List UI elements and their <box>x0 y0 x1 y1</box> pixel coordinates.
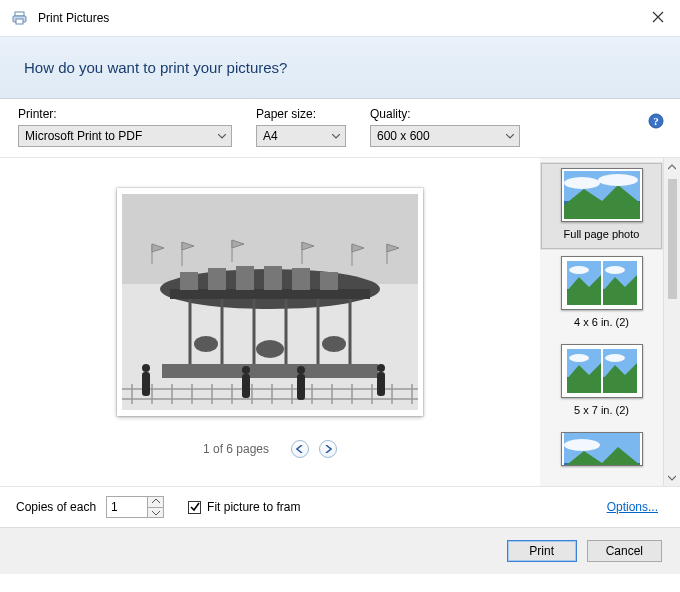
layout-thumb <box>561 256 643 310</box>
printer-value: Microsoft Print to PDF <box>19 126 164 146</box>
svg-point-33 <box>194 336 218 352</box>
pager: 1 of 6 pages <box>203 440 337 458</box>
layouts-list: Full page photo 4 x 6 in. (2) 5 x 7 in. … <box>540 158 663 486</box>
title-bar: Print Pictures <box>0 0 680 36</box>
paper-size-select[interactable]: A4 <box>256 125 346 147</box>
layout-thumb <box>561 168 643 222</box>
layouts-panel: Full page photo 4 x 6 in. (2) 5 x 7 in. … <box>540 158 680 486</box>
svg-rect-21 <box>180 272 198 290</box>
help-icon[interactable]: ? <box>648 113 664 129</box>
instruction-banner: How do you want to print your pictures? <box>0 36 680 99</box>
print-settings-row: Printer: Microsoft Print to PDF Paper si… <box>0 99 680 147</box>
fit-label: Fit picture to fram <box>207 500 300 514</box>
layout-option-4x6[interactable]: 4 x 6 in. (2) <box>540 250 663 338</box>
printer-setting: Printer: Microsoft Print to PDF <box>18 107 232 147</box>
scrollbar-track[interactable] <box>664 299 680 469</box>
copies-up-button[interactable] <box>148 497 163 508</box>
chevron-down-icon <box>218 129 226 143</box>
svg-rect-22 <box>208 268 226 290</box>
svg-point-77 <box>605 354 625 362</box>
svg-rect-24 <box>264 266 282 290</box>
quality-label: Quality: <box>370 107 520 121</box>
copies-label: Copies of each <box>16 500 96 514</box>
svg-rect-25 <box>292 268 310 290</box>
svg-rect-0 <box>15 12 24 16</box>
close-icon[interactable] <box>652 10 664 26</box>
options-link[interactable]: Options... <box>607 500 658 514</box>
svg-rect-54 <box>142 372 150 396</box>
layout-option-partial[interactable] <box>540 426 663 466</box>
svg-point-71 <box>605 266 625 274</box>
paper-size-value: A4 <box>257 126 300 146</box>
svg-point-80 <box>564 439 600 451</box>
svg-point-68 <box>569 266 589 274</box>
fit-to-frame-checkbox[interactable]: Fit picture to fram <box>188 500 300 514</box>
svg-point-57 <box>242 366 250 374</box>
next-page-button[interactable] <box>319 440 337 458</box>
svg-rect-20 <box>170 289 370 299</box>
svg-point-74 <box>569 354 589 362</box>
window-title: Print Pictures <box>38 11 109 25</box>
pager-text: 1 of 6 pages <box>203 442 269 456</box>
svg-point-34 <box>256 340 284 358</box>
svg-point-65 <box>598 174 638 186</box>
copies-down-button[interactable] <box>148 508 163 518</box>
layouts-scrollbar[interactable] <box>663 158 680 486</box>
svg-rect-26 <box>320 272 338 290</box>
layout-option-full-page[interactable]: Full page photo <box>540 162 663 250</box>
scroll-down-button[interactable] <box>664 469 680 486</box>
printer-icon <box>12 11 30 25</box>
checkbox-icon <box>188 501 201 514</box>
printer-label: Printer: <box>18 107 232 121</box>
svg-point-55 <box>142 364 150 372</box>
scrollbar-thumb[interactable] <box>668 179 677 299</box>
printer-select[interactable]: Microsoft Print to PDF <box>18 125 232 147</box>
quality-select[interactable]: 600 x 600 <box>370 125 520 147</box>
quality-setting: Quality: 600 x 600 <box>370 107 520 147</box>
dialog-footer: Print Cancel <box>0 527 680 574</box>
layout-label: 4 x 6 in. (2) <box>574 316 629 328</box>
instruction-text: How do you want to print your pictures? <box>24 59 656 76</box>
main-area: 1 of 6 pages <box>0 158 680 486</box>
copies-input[interactable] <box>107 497 147 517</box>
copies-spinner[interactable] <box>106 496 164 518</box>
svg-rect-58 <box>297 374 305 400</box>
layout-option-5x7[interactable]: 5 x 7 in. (2) <box>540 338 663 426</box>
chevron-down-icon <box>332 129 340 143</box>
layout-label: Full page photo <box>564 228 640 240</box>
svg-point-61 <box>377 364 385 372</box>
svg-rect-2 <box>16 19 23 24</box>
svg-rect-56 <box>242 374 250 398</box>
paper-size-label: Paper size: <box>256 107 346 121</box>
options-row: Copies of each Fit picture to fram Optio… <box>0 487 680 527</box>
preview-frame <box>117 188 423 416</box>
svg-text:?: ? <box>653 115 659 127</box>
layout-thumb <box>561 432 643 466</box>
svg-rect-36 <box>162 364 378 378</box>
svg-point-64 <box>564 177 600 189</box>
svg-rect-23 <box>236 266 254 290</box>
paper-size-setting: Paper size: A4 <box>256 107 346 147</box>
preview-image <box>122 194 418 410</box>
previous-page-button[interactable] <box>291 440 309 458</box>
quality-value: 600 x 600 <box>371 126 452 146</box>
cancel-button[interactable]: Cancel <box>587 540 662 562</box>
layout-thumb <box>561 344 643 398</box>
print-button[interactable]: Print <box>507 540 577 562</box>
scroll-up-button[interactable] <box>664 158 680 175</box>
svg-point-35 <box>322 336 346 352</box>
layout-label: 5 x 7 in. (2) <box>574 404 629 416</box>
svg-rect-60 <box>377 372 385 396</box>
svg-point-59 <box>297 366 305 374</box>
chevron-down-icon <box>506 129 514 143</box>
preview-column: 1 of 6 pages <box>0 158 540 486</box>
